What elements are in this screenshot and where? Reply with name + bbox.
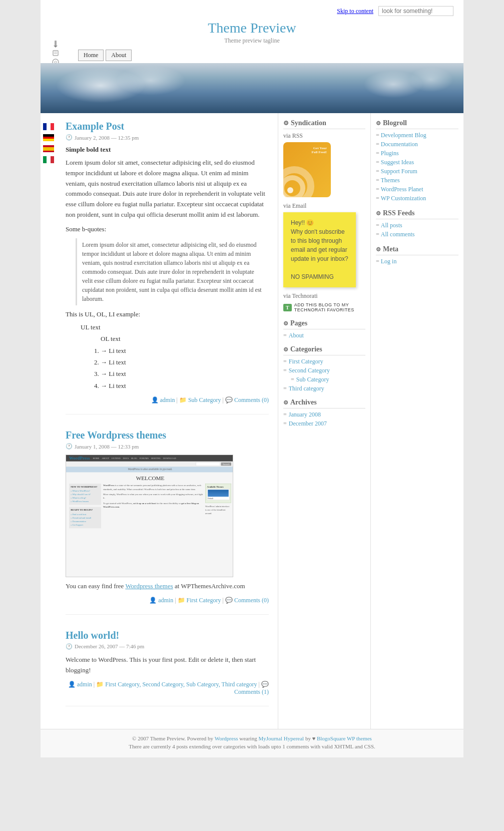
- main-content: Example Post 🕐 January 2, 2008 — 12:35 p…: [57, 113, 278, 729]
- blogroll-support-link[interactable]: Support Forum: [381, 168, 417, 175]
- post-category-example[interactable]: Sub Category: [188, 396, 221, 403]
- flag-es: [43, 145, 54, 152]
- cat-first: = First Category: [283, 358, 365, 365]
- blogroll-themes: = Themes: [376, 177, 458, 184]
- archive-dec-link[interactable]: December 2007: [289, 420, 327, 428]
- blogroll-themes-link[interactable]: Themes: [381, 177, 400, 184]
- svg-rect-2: [53, 51, 58, 56]
- pages-icon: ⚙: [283, 320, 288, 327]
- post-blockquote-example: Lorem ipsum dolor sit amet, consectetur …: [76, 238, 269, 305]
- post-author-example[interactable]: admin: [160, 396, 175, 403]
- rss-full-text: Get YourFull Feed!: [311, 146, 327, 155]
- post-comments-hello[interactable]: Comments (1): [234, 688, 269, 695]
- clock-icon-2: 🕐: [66, 443, 73, 450]
- meta-login-link[interactable]: Log in: [381, 258, 397, 265]
- post-author-hello[interactable]: admin: [77, 681, 92, 688]
- blogroll-wpcust-link[interactable]: WP Customization: [381, 195, 426, 202]
- post-comments-wordpress[interactable]: Comments (0): [234, 597, 269, 604]
- comment-icon-3: 💬: [261, 681, 269, 688]
- blogroll-planet-link[interactable]: WordPress Planet: [381, 186, 423, 193]
- wp-nav: HOMEABOUTEXTENDDOCSBLOGFORUMSHOSTINGDOWN…: [93, 457, 176, 460]
- post-date-wordpress[interactable]: January 1, 2008 — 12:33 pm: [75, 444, 139, 450]
- cat-sub-link[interactable]: Sub Category: [296, 376, 329, 383]
- blogroll-title: ⚙ Blogroll: [376, 119, 458, 129]
- rss-all-comments: = All comments: [376, 231, 458, 238]
- archive-jan: = January 2008: [283, 411, 365, 419]
- post-body-hello: Welcome to WordPress. This is your first…: [66, 655, 269, 676]
- post-footer-example: 👤 admin | 📁 Sub Category | 💬 Comments (0…: [66, 396, 269, 404]
- rss-feeds-section: ⚙ RSS Feeds = All posts = All comments: [376, 209, 458, 238]
- comment-icon-2: 💬: [225, 597, 233, 604]
- rss-all-posts-link[interactable]: All posts: [381, 222, 402, 229]
- post-title-link-wordpress[interactable]: Free Wordpress themes: [66, 430, 166, 441]
- category-icon-2: 📁: [178, 597, 185, 604]
- page-about-link[interactable]: About: [289, 332, 304, 339]
- blogroll-plugins-link[interactable]: Plugins: [381, 150, 399, 157]
- flag-de: [43, 134, 54, 141]
- syndication-title: ⚙ Syndication: [283, 119, 365, 129]
- wp-also-available: WordPress is also available in русский.: [66, 467, 233, 472]
- blogroll-docs-link[interactable]: Documentation: [381, 141, 418, 148]
- nav-home[interactable]: Home: [78, 50, 104, 61]
- blogroll-dev-link[interactable]: Development Blog: [381, 132, 426, 139]
- svg-rect-0: [55, 41, 57, 46]
- list-item: → Li text: [101, 356, 269, 368]
- clock-icon: 🕐: [66, 134, 73, 141]
- cat-second-link[interactable]: Second Category: [289, 367, 330, 374]
- via-technorati-label: via Technorati: [283, 292, 365, 300]
- footer-blogosquare-link[interactable]: BlogoSquare WP themes: [317, 735, 372, 741]
- cat-first-link[interactable]: First Category: [289, 358, 323, 365]
- list-item: → Li text: [101, 345, 269, 356]
- ol-text: OL text: [101, 333, 269, 344]
- search-input[interactable]: [378, 6, 453, 16]
- archives-icon: ⚙: [283, 399, 288, 406]
- list-item: → Li text: [101, 368, 269, 379]
- blogroll-icon: ⚙: [376, 120, 381, 127]
- nav-about[interactable]: About: [106, 50, 132, 61]
- post-date-example[interactable]: January 2, 2008 — 12:35 pm: [75, 135, 139, 141]
- skip-link[interactable]: Skip to content: [337, 8, 373, 15]
- flag-it: [43, 156, 54, 163]
- categories-title: ⚙ Categories: [283, 345, 365, 355]
- footer-stats: There are currently 4 posts extending ov…: [51, 743, 453, 749]
- list-container: UL text OL text → Li text → Li text → Li…: [81, 321, 269, 391]
- main-nav: Home About: [78, 48, 453, 63]
- eq-icon-cat1: =: [283, 358, 287, 365]
- blogroll-plugins: = Plugins: [376, 150, 458, 157]
- post-title-example: Example Post: [66, 121, 269, 132]
- post-title-link-hello[interactable]: Hello world!: [66, 630, 119, 641]
- footer-copy: © 2007 Theme Preview. Powered by Wordpre…: [51, 735, 453, 741]
- footer-myjournal-link[interactable]: MyJournal Hypereal: [258, 735, 304, 741]
- footer: © 2007 Theme Preview. Powered by Wordpre…: [41, 729, 463, 757]
- post-footer-hello: 👤 admin | 📁 First Category, Second Categ…: [66, 681, 269, 696]
- post-example: Example Post 🕐 January 2, 2008 — 12:35 p…: [66, 121, 269, 414]
- eq-icon-cat-sub: =: [291, 376, 294, 383]
- flag-fr: [43, 123, 54, 130]
- wp-welcome-head: WELCOME: [69, 476, 231, 482]
- edit-icon: [52, 49, 60, 57]
- admin-icon-3: 👤: [68, 681, 76, 688]
- cat-third: = Third category: [283, 385, 365, 392]
- blogroll-suggest-link[interactable]: Suggest Ideas: [381, 159, 414, 166]
- blogroll-support: = Support Forum: [376, 168, 458, 175]
- via-email-label: via Email: [283, 202, 365, 210]
- archives-title: ⚙ Archives: [283, 398, 365, 408]
- post-category-wordpress[interactable]: First Category: [187, 597, 221, 604]
- list-item: → Li text: [101, 380, 269, 391]
- post-title-link-example[interactable]: Example Post: [66, 121, 124, 132]
- cat-third-link[interactable]: Third category: [289, 385, 324, 392]
- archive-jan-link[interactable]: January 2008: [289, 411, 321, 419]
- eq-icon: =: [283, 332, 287, 339]
- rss-all-comments-link[interactable]: All comments: [381, 231, 415, 238]
- post-comments-example[interactable]: Comments (0): [234, 396, 269, 403]
- rss-all-posts: = All posts: [376, 222, 458, 229]
- wordpress-themes-link[interactable]: Wordpress themes: [125, 582, 173, 590]
- footer-wordpress-link[interactable]: Wordpress: [215, 735, 238, 741]
- post-author-wordpress[interactable]: admin: [158, 597, 173, 604]
- middle-sidebar: ⚙ Syndication via RSS Get YourFull Feed!: [278, 113, 371, 729]
- post-date-hello[interactable]: December 26, 2007 — 7:46 pm: [75, 643, 144, 649]
- post-categories-hello[interactable]: First Category, Second Category, Sub Cat…: [105, 681, 257, 688]
- blogroll-planet: = WordPress Planet: [376, 186, 458, 193]
- cat-second: = Second Category: [283, 367, 365, 374]
- via-rss-label: via RSS: [283, 132, 365, 140]
